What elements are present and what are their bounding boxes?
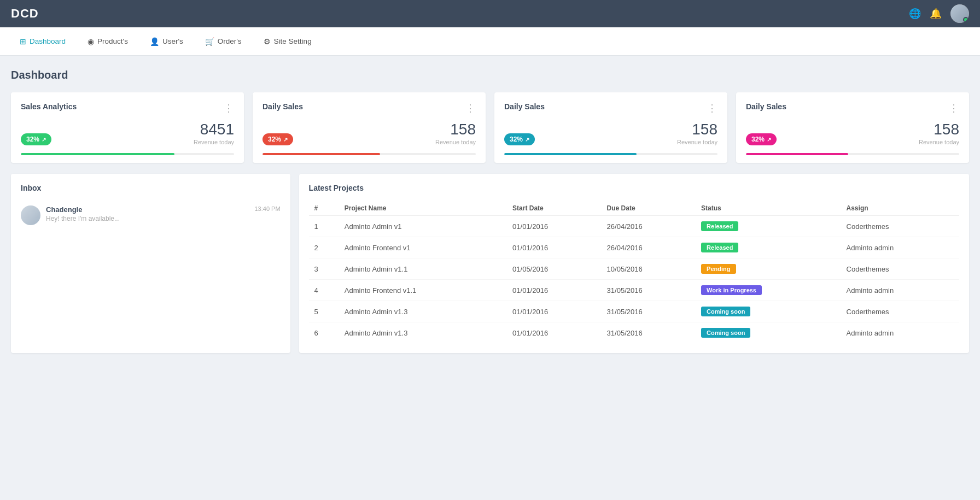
inbox-title: Inbox xyxy=(21,184,281,192)
stat-value-wrap: 158 Revenue today xyxy=(677,122,718,145)
stat-badge: 32% ↗ xyxy=(746,133,777,145)
stat-value: 8451 xyxy=(194,122,234,137)
table-row: 5Adminto Admin v1.301/01/201631/05/2016C… xyxy=(309,301,959,322)
stat-value-wrap: 158 Revenue today xyxy=(435,122,476,145)
stat-dots-menu[interactable]: ⋮ xyxy=(465,102,476,114)
row-status: Work in Progress xyxy=(696,280,841,301)
row-project-name: Adminto Admin v1.3 xyxy=(339,322,507,344)
row-num: 2 xyxy=(309,237,339,258)
stat-card-title: Daily Sales xyxy=(746,102,786,111)
row-status: Pending xyxy=(696,258,841,280)
nav-products-label: Product's xyxy=(97,37,128,45)
page-title: Dashboard xyxy=(11,69,969,81)
stat-bar xyxy=(504,153,637,155)
row-num: 4 xyxy=(309,280,339,301)
stat-bar-wrap xyxy=(262,153,476,155)
row-project-name: Adminto Frontend v1.1 xyxy=(339,280,507,301)
stat-dots-menu[interactable]: ⋮ xyxy=(949,102,959,114)
row-due-date: 26/04/2016 xyxy=(602,216,696,237)
inbox-card: Inbox Chadengle Hey! there I'm available… xyxy=(11,174,290,353)
bell-icon[interactable]: 🔔 xyxy=(930,8,942,20)
inbox-item[interactable]: Chadengle Hey! there I'm available... 13… xyxy=(21,201,281,230)
row-project-name: Adminto Admin v1 xyxy=(339,216,507,237)
stat-label: Revenue today xyxy=(677,139,718,145)
projects-col-header: Start Date xyxy=(507,201,602,216)
stat-dots-menu[interactable]: ⋮ xyxy=(224,102,234,114)
status-badge: Work in Progress xyxy=(701,285,762,295)
inbox-content: Chadengle Hey! there I'm available... xyxy=(46,205,249,222)
row-assign: Adminto admin xyxy=(841,322,959,344)
table-row: 6Adminto Admin v1.301/01/201631/05/2016C… xyxy=(309,322,959,344)
projects-col-header: Status xyxy=(696,201,841,216)
stat-value-wrap: 158 Revenue today xyxy=(919,122,959,145)
stat-card-body: 32% ↗ 158 Revenue today xyxy=(504,122,718,145)
nav-users[interactable]: 👤 User's xyxy=(141,33,192,50)
row-assign: Coderthemes xyxy=(841,258,959,280)
stat-card-header: Daily Sales ⋮ xyxy=(504,102,718,114)
nav-orders[interactable]: 🛒 Order's xyxy=(196,33,250,50)
stat-card-header: Daily Sales ⋮ xyxy=(746,102,959,114)
inbox-time: 13:40 PM xyxy=(254,205,280,212)
stat-bar-wrap xyxy=(504,153,718,155)
stat-value: 158 xyxy=(919,122,959,137)
topbar-actions: 🌐 🔔 xyxy=(909,4,969,23)
bottom-row: Inbox Chadengle Hey! there I'm available… xyxy=(11,174,969,353)
main-content: Dashboard Sales Analytics ⋮ 32% ↗ 8451 R… xyxy=(0,56,980,366)
nav-dashboard[interactable]: ⊞ Dashboard xyxy=(11,33,74,50)
nav-products[interactable]: ◉ Product's xyxy=(79,33,137,50)
user-avatar[interactable] xyxy=(950,4,969,23)
stat-bar-wrap xyxy=(21,153,234,155)
inbox-preview: Hey! there I'm available... xyxy=(46,215,249,222)
row-num: 1 xyxy=(309,216,339,237)
stats-row: Sales Analytics ⋮ 32% ↗ 8451 Revenue tod… xyxy=(11,92,969,163)
row-status: Released xyxy=(696,216,841,237)
status-badge: Coming soon xyxy=(701,328,750,338)
stat-card-daily-sales-3: Daily Sales ⋮ 32% ↗ 158 Revenue today xyxy=(736,92,969,163)
stat-label: Revenue today xyxy=(435,139,476,145)
stat-card-title: Daily Sales xyxy=(504,102,545,111)
table-row: 1Adminto Admin v101/01/201626/04/2016Rel… xyxy=(309,216,959,237)
table-row: 4Adminto Frontend v1.101/01/201631/05/20… xyxy=(309,280,959,301)
topbar: DCD 🌐 🔔 xyxy=(0,0,980,27)
inbox-avatar xyxy=(21,205,40,225)
projects-card: Latest Projects #Project NameStart DateD… xyxy=(299,174,969,353)
app-logo: DCD xyxy=(11,7,39,21)
row-status: Coming soon xyxy=(696,301,841,322)
row-project-name: Adminto Admin v1.3 xyxy=(339,301,507,322)
stat-card-body: 32% ↗ 158 Revenue today xyxy=(262,122,476,145)
stat-card-header: Sales Analytics ⋮ xyxy=(21,102,234,114)
row-due-date: 31/05/2016 xyxy=(602,280,696,301)
stat-dots-menu[interactable]: ⋮ xyxy=(707,102,718,114)
stat-badge: 32% ↗ xyxy=(21,133,51,145)
nav-dashboard-label: Dashboard xyxy=(30,37,66,45)
nav-settings[interactable]: ⚙ Site Setting xyxy=(255,33,320,50)
projects-col-header: Project Name xyxy=(339,201,507,216)
row-project-name: Adminto Admin v1.1 xyxy=(339,258,507,280)
table-row: 2Adminto Frontend v101/01/201626/04/2016… xyxy=(309,237,959,258)
stat-bar xyxy=(21,153,174,155)
globe-icon[interactable]: 🌐 xyxy=(909,8,921,20)
dashboard-icon: ⊞ xyxy=(20,37,26,46)
stat-card-title: Sales Analytics xyxy=(21,102,77,111)
projects-col-header: # xyxy=(309,201,339,216)
row-num: 6 xyxy=(309,322,339,344)
nav-users-label: User's xyxy=(162,37,183,45)
status-badge: Pending xyxy=(701,264,736,274)
row-due-date: 26/04/2016 xyxy=(602,237,696,258)
row-num: 5 xyxy=(309,301,339,322)
projects-col-header: Due Date xyxy=(602,201,696,216)
row-status: Coming soon xyxy=(696,322,841,344)
nav-settings-label: Site Setting xyxy=(274,37,312,45)
inbox-sender-name: Chadengle xyxy=(46,205,249,214)
stat-card-daily-sales-1: Daily Sales ⋮ 32% ↗ 158 Revenue today xyxy=(253,92,486,163)
row-start-date: 01/01/2016 xyxy=(507,301,602,322)
stat-card-body: 32% ↗ 8451 Revenue today xyxy=(21,122,234,145)
projects-table: #Project NameStart DateDue DateStatusAss… xyxy=(309,201,959,343)
stat-badge: 32% ↗ xyxy=(504,133,535,145)
row-due-date: 31/05/2016 xyxy=(602,322,696,344)
stat-value: 158 xyxy=(677,122,718,137)
row-due-date: 10/05/2016 xyxy=(602,258,696,280)
row-start-date: 01/01/2016 xyxy=(507,322,602,344)
nav-orders-label: Order's xyxy=(218,37,242,45)
row-num: 3 xyxy=(309,258,339,280)
